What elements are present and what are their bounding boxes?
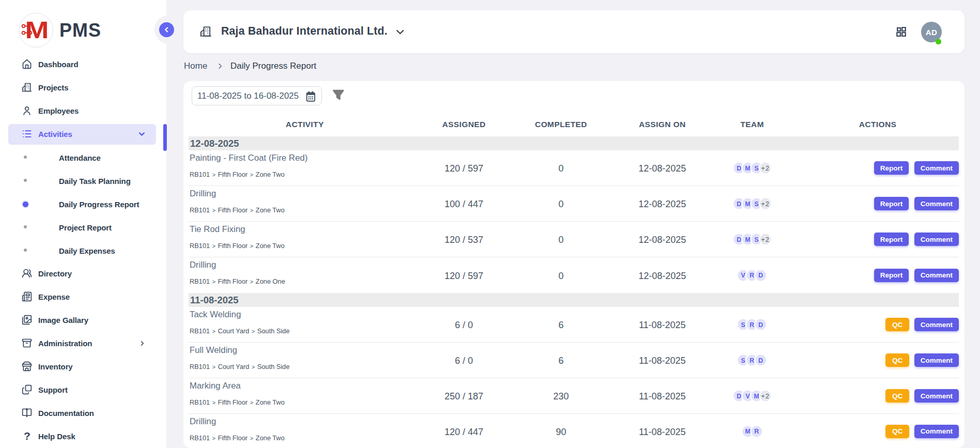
svg-text:M: M xyxy=(25,17,49,43)
